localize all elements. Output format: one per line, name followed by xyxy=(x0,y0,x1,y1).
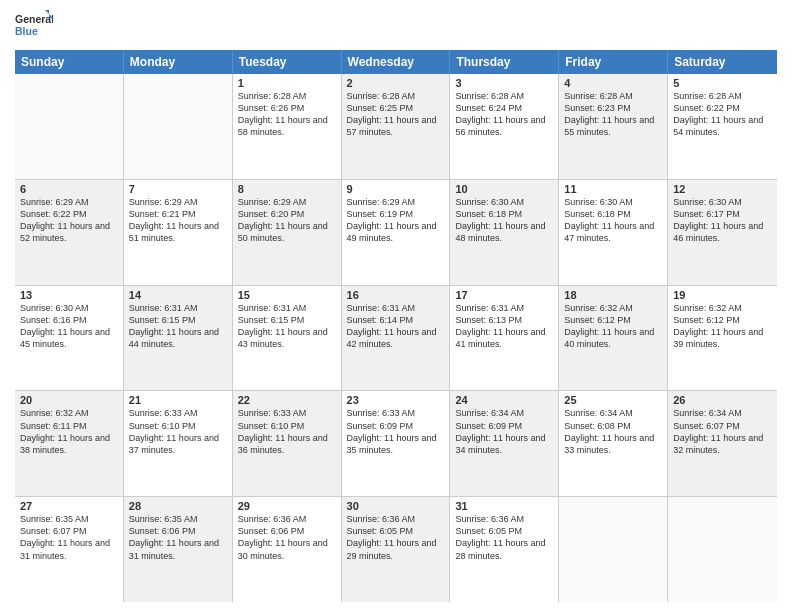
calendar-cell: 29Sunrise: 6:36 AMSunset: 6:06 PMDayligh… xyxy=(233,497,342,602)
cell-info: Sunrise: 6:35 AMSunset: 6:07 PMDaylight:… xyxy=(20,513,118,562)
cell-info: Sunrise: 6:30 AMSunset: 6:18 PMDaylight:… xyxy=(455,196,553,245)
calendar-cell: 28Sunrise: 6:35 AMSunset: 6:06 PMDayligh… xyxy=(124,497,233,602)
calendar-cell xyxy=(15,74,124,179)
day-number: 28 xyxy=(129,500,227,512)
cell-info: Sunrise: 6:34 AMSunset: 6:09 PMDaylight:… xyxy=(455,407,553,456)
day-number: 18 xyxy=(564,289,662,301)
cell-info: Sunrise: 6:36 AMSunset: 6:05 PMDaylight:… xyxy=(347,513,445,562)
cell-info: Sunrise: 6:28 AMSunset: 6:23 PMDaylight:… xyxy=(564,90,662,139)
page: General Blue SundayMondayTuesdayWednesda… xyxy=(0,0,792,612)
cell-info: Sunrise: 6:33 AMSunset: 6:10 PMDaylight:… xyxy=(129,407,227,456)
day-number: 7 xyxy=(129,183,227,195)
logo: General Blue xyxy=(15,10,53,42)
day-number: 5 xyxy=(673,77,772,89)
calendar-row-3: 20Sunrise: 6:32 AMSunset: 6:11 PMDayligh… xyxy=(15,391,777,497)
day-number: 3 xyxy=(455,77,553,89)
day-number: 27 xyxy=(20,500,118,512)
cell-info: Sunrise: 6:29 AMSunset: 6:20 PMDaylight:… xyxy=(238,196,336,245)
calendar-cell: 4Sunrise: 6:28 AMSunset: 6:23 PMDaylight… xyxy=(559,74,668,179)
day-number: 12 xyxy=(673,183,772,195)
cell-info: Sunrise: 6:34 AMSunset: 6:07 PMDaylight:… xyxy=(673,407,772,456)
cell-info: Sunrise: 6:35 AMSunset: 6:06 PMDaylight:… xyxy=(129,513,227,562)
calendar-cell: 22Sunrise: 6:33 AMSunset: 6:10 PMDayligh… xyxy=(233,391,342,496)
calendar-cell: 17Sunrise: 6:31 AMSunset: 6:13 PMDayligh… xyxy=(450,286,559,391)
day-number: 31 xyxy=(455,500,553,512)
day-number: 26 xyxy=(673,394,772,406)
cell-info: Sunrise: 6:33 AMSunset: 6:10 PMDaylight:… xyxy=(238,407,336,456)
cell-info: Sunrise: 6:28 AMSunset: 6:24 PMDaylight:… xyxy=(455,90,553,139)
cell-info: Sunrise: 6:31 AMSunset: 6:13 PMDaylight:… xyxy=(455,302,553,351)
calendar-cell: 24Sunrise: 6:34 AMSunset: 6:09 PMDayligh… xyxy=(450,391,559,496)
calendar-cell xyxy=(124,74,233,179)
day-number: 20 xyxy=(20,394,118,406)
logo-svg: General Blue xyxy=(15,10,53,42)
calendar-row-2: 13Sunrise: 6:30 AMSunset: 6:16 PMDayligh… xyxy=(15,286,777,392)
day-number: 19 xyxy=(673,289,772,301)
calendar-cell: 3Sunrise: 6:28 AMSunset: 6:24 PMDaylight… xyxy=(450,74,559,179)
day-number: 23 xyxy=(347,394,445,406)
calendar-cell: 20Sunrise: 6:32 AMSunset: 6:11 PMDayligh… xyxy=(15,391,124,496)
calendar-cell: 27Sunrise: 6:35 AMSunset: 6:07 PMDayligh… xyxy=(15,497,124,602)
cell-info: Sunrise: 6:31 AMSunset: 6:15 PMDaylight:… xyxy=(238,302,336,351)
calendar-cell: 16Sunrise: 6:31 AMSunset: 6:14 PMDayligh… xyxy=(342,286,451,391)
calendar-cell: 5Sunrise: 6:28 AMSunset: 6:22 PMDaylight… xyxy=(668,74,777,179)
day-number: 11 xyxy=(564,183,662,195)
day-number: 6 xyxy=(20,183,118,195)
cell-info: Sunrise: 6:30 AMSunset: 6:17 PMDaylight:… xyxy=(673,196,772,245)
header-day-tuesday: Tuesday xyxy=(233,50,342,74)
cell-info: Sunrise: 6:34 AMSunset: 6:08 PMDaylight:… xyxy=(564,407,662,456)
svg-text:Blue: Blue xyxy=(15,25,38,37)
cell-info: Sunrise: 6:31 AMSunset: 6:14 PMDaylight:… xyxy=(347,302,445,351)
cell-info: Sunrise: 6:29 AMSunset: 6:19 PMDaylight:… xyxy=(347,196,445,245)
day-number: 24 xyxy=(455,394,553,406)
day-number: 2 xyxy=(347,77,445,89)
calendar-cell: 6Sunrise: 6:29 AMSunset: 6:22 PMDaylight… xyxy=(15,180,124,285)
day-number: 10 xyxy=(455,183,553,195)
cell-info: Sunrise: 6:32 AMSunset: 6:12 PMDaylight:… xyxy=(564,302,662,351)
day-number: 30 xyxy=(347,500,445,512)
calendar-cell: 12Sunrise: 6:30 AMSunset: 6:17 PMDayligh… xyxy=(668,180,777,285)
cell-info: Sunrise: 6:28 AMSunset: 6:26 PMDaylight:… xyxy=(238,90,336,139)
calendar: SundayMondayTuesdayWednesdayThursdayFrid… xyxy=(15,50,777,602)
day-number: 21 xyxy=(129,394,227,406)
cell-info: Sunrise: 6:28 AMSunset: 6:25 PMDaylight:… xyxy=(347,90,445,139)
calendar-row-4: 27Sunrise: 6:35 AMSunset: 6:07 PMDayligh… xyxy=(15,497,777,602)
day-number: 8 xyxy=(238,183,336,195)
day-number: 22 xyxy=(238,394,336,406)
calendar-body: 1Sunrise: 6:28 AMSunset: 6:26 PMDaylight… xyxy=(15,74,777,602)
calendar-cell: 13Sunrise: 6:30 AMSunset: 6:16 PMDayligh… xyxy=(15,286,124,391)
calendar-cell: 2Sunrise: 6:28 AMSunset: 6:25 PMDaylight… xyxy=(342,74,451,179)
day-number: 13 xyxy=(20,289,118,301)
cell-info: Sunrise: 6:31 AMSunset: 6:15 PMDaylight:… xyxy=(129,302,227,351)
calendar-cell: 8Sunrise: 6:29 AMSunset: 6:20 PMDaylight… xyxy=(233,180,342,285)
calendar-cell: 10Sunrise: 6:30 AMSunset: 6:18 PMDayligh… xyxy=(450,180,559,285)
day-number: 14 xyxy=(129,289,227,301)
calendar-cell: 1Sunrise: 6:28 AMSunset: 6:26 PMDaylight… xyxy=(233,74,342,179)
cell-info: Sunrise: 6:32 AMSunset: 6:12 PMDaylight:… xyxy=(673,302,772,351)
calendar-header: SundayMondayTuesdayWednesdayThursdayFrid… xyxy=(15,50,777,74)
header-day-sunday: Sunday xyxy=(15,50,124,74)
day-number: 15 xyxy=(238,289,336,301)
cell-info: Sunrise: 6:36 AMSunset: 6:05 PMDaylight:… xyxy=(455,513,553,562)
day-number: 1 xyxy=(238,77,336,89)
cell-info: Sunrise: 6:30 AMSunset: 6:18 PMDaylight:… xyxy=(564,196,662,245)
calendar-cell: 31Sunrise: 6:36 AMSunset: 6:05 PMDayligh… xyxy=(450,497,559,602)
calendar-cell xyxy=(668,497,777,602)
day-number: 29 xyxy=(238,500,336,512)
day-number: 4 xyxy=(564,77,662,89)
svg-text:General: General xyxy=(15,13,53,25)
cell-info: Sunrise: 6:28 AMSunset: 6:22 PMDaylight:… xyxy=(673,90,772,139)
calendar-cell xyxy=(559,497,668,602)
cell-info: Sunrise: 6:29 AMSunset: 6:22 PMDaylight:… xyxy=(20,196,118,245)
cell-info: Sunrise: 6:29 AMSunset: 6:21 PMDaylight:… xyxy=(129,196,227,245)
calendar-cell: 26Sunrise: 6:34 AMSunset: 6:07 PMDayligh… xyxy=(668,391,777,496)
calendar-cell: 19Sunrise: 6:32 AMSunset: 6:12 PMDayligh… xyxy=(668,286,777,391)
day-number: 25 xyxy=(564,394,662,406)
day-number: 16 xyxy=(347,289,445,301)
calendar-cell: 7Sunrise: 6:29 AMSunset: 6:21 PMDaylight… xyxy=(124,180,233,285)
calendar-cell: 11Sunrise: 6:30 AMSunset: 6:18 PMDayligh… xyxy=(559,180,668,285)
cell-info: Sunrise: 6:32 AMSunset: 6:11 PMDaylight:… xyxy=(20,407,118,456)
calendar-cell: 21Sunrise: 6:33 AMSunset: 6:10 PMDayligh… xyxy=(124,391,233,496)
header-day-monday: Monday xyxy=(124,50,233,74)
calendar-cell: 9Sunrise: 6:29 AMSunset: 6:19 PMDaylight… xyxy=(342,180,451,285)
